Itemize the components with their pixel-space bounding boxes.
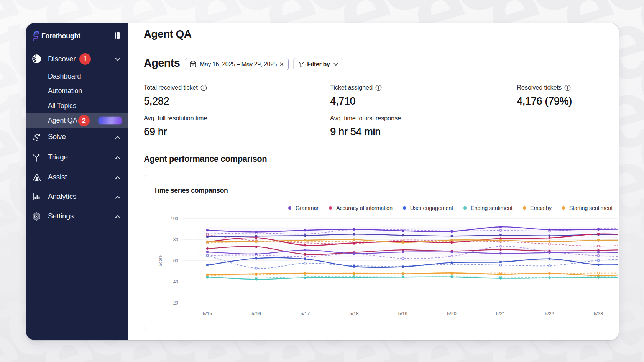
svg-text:40: 40 (173, 279, 179, 285)
svg-text:80: 80 (173, 237, 179, 242)
svg-text:100: 100 (171, 216, 178, 221)
svg-text:5/19: 5/19 (398, 311, 407, 316)
svg-text:5/15: 5/15 (203, 311, 212, 316)
svg-text:5/16: 5/16 (251, 311, 261, 316)
svg-text:5/21: 5/21 (496, 311, 505, 316)
svg-text:5/18: 5/18 (349, 311, 358, 316)
svg-text:5/20: 5/20 (447, 311, 456, 316)
svg-text:5/22: 5/22 (545, 311, 554, 316)
svg-text:60: 60 (173, 258, 179, 264)
svg-text:Score: Score (158, 255, 163, 267)
svg-text:5/17: 5/17 (301, 311, 310, 316)
svg-text:20: 20 (173, 300, 179, 306)
svg-text:5/23: 5/23 (594, 311, 603, 316)
